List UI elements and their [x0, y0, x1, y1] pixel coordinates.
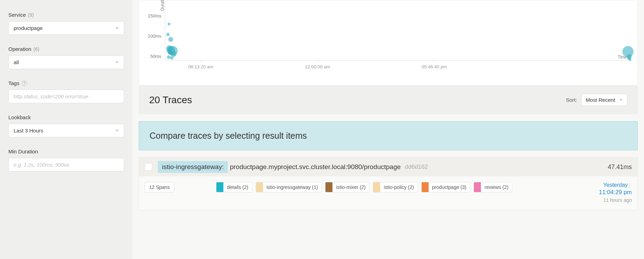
trace-header: istio-ingressgateway: productpage.myproj… [139, 158, 637, 176]
chevron-down-icon [115, 61, 119, 63]
service-field: Service (9) productpage [8, 12, 124, 35]
trace-duration: 47.41ms [608, 163, 632, 171]
color-swatch [325, 182, 332, 192]
color-swatch [422, 182, 429, 192]
scatter-point[interactable] [166, 33, 170, 36]
service-chip[interactable]: productpage (3) [421, 182, 470, 192]
service-chip[interactable]: details (2) [216, 182, 252, 192]
y-tick: 100ms [144, 33, 161, 39]
color-swatch [474, 182, 481, 192]
x-tick: 06:13:20 am [188, 64, 213, 69]
min-duration-input[interactable] [8, 158, 124, 172]
sort-select[interactable]: Most Recent [581, 94, 627, 106]
service-chip[interactable]: istio-mixer (2) [325, 182, 369, 192]
y-tick: 150ms [144, 13, 161, 18]
service-value: productpage [14, 25, 43, 31]
operation-label: Operation [8, 46, 31, 52]
trace-time-ago: 11 hours ago [576, 197, 632, 203]
x-axis [165, 60, 628, 61]
x-gridline [317, 60, 318, 62]
sort-value: Most Recent [586, 97, 615, 103]
chevron-down-icon [115, 130, 119, 132]
trace-title-op: productpage.myproject.svc.cluster.local:… [228, 161, 400, 173]
chip-label: productpage (3) [429, 184, 470, 190]
scatter-point[interactable] [168, 37, 173, 42]
x-tick: 05:46:40 pm [422, 64, 447, 69]
y-axis [165, 0, 165, 61]
trace-title-service: istio-ingressgateway: [158, 161, 228, 173]
chevron-down-icon [115, 27, 119, 29]
service-chips: details (2)istio-ingressgateway (1)istio… [216, 182, 569, 192]
span-count-badge: 12 Spans [145, 182, 174, 192]
traces-count: 20 Traces [149, 94, 192, 106]
service-chip[interactable]: istio-ingressgateway (1) [256, 182, 322, 192]
service-count: (9) [28, 12, 34, 18]
trace-checkbox[interactable] [145, 163, 152, 171]
compare-banner: Compare traces by selecting result items [139, 121, 638, 150]
scatter-point[interactable] [629, 58, 631, 61]
y-tick: 50ms [144, 54, 161, 59]
min-duration-label: Min Duration [8, 148, 38, 154]
trace-time-exact: 11:04:29 pm [576, 189, 632, 196]
scatter-point[interactable] [168, 23, 170, 25]
trace-time-day: Yesterday [603, 182, 628, 188]
tags-label: Tags [8, 80, 20, 86]
divider: | [629, 182, 630, 188]
lookback-field: Lookback Last 3 Hours [8, 114, 124, 137]
chip-label: istio-mixer (2) [332, 184, 369, 190]
chip-label: istio-ingressgateway (1) [263, 184, 322, 190]
service-select[interactable]: productpage [8, 21, 124, 35]
x-gridline [201, 60, 201, 62]
y-axis-label: Duration [160, 0, 165, 11]
operation-value: all [14, 59, 19, 65]
operation-select[interactable]: all [8, 55, 124, 69]
x-tick: 12:00:00 am [305, 64, 330, 69]
chevron-down-icon [619, 99, 623, 101]
scatter-chart[interactable]: Duration Time 50ms100ms150ms06:13:20 am1… [139, 0, 638, 85]
scatter-point[interactable] [170, 56, 174, 60]
results-header: 20 Traces Sort: Most Recent [139, 85, 638, 114]
x-gridline [434, 60, 435, 62]
help-icon[interactable]: ? [22, 81, 27, 86]
trace-time: Yesterday| 11:04:29 pm 11 hours ago [576, 182, 632, 203]
color-swatch [256, 182, 263, 192]
trace-id: dd6d162 [405, 163, 428, 170]
main-content: Duration Time 50ms100ms150ms06:13:20 am1… [132, 0, 644, 259]
lookback-value: Last 3 Hours [14, 128, 43, 134]
min-duration-field: Min Duration [8, 148, 124, 172]
lookback-select[interactable]: Last 3 Hours [8, 124, 124, 137]
trace-card[interactable]: istio-ingressgateway: productpage.myproj… [139, 157, 638, 210]
color-swatch [216, 182, 223, 192]
tags-field: Tags ? [8, 80, 124, 103]
service-label: Service [8, 12, 26, 18]
service-chip[interactable]: istio-policy (2) [373, 182, 417, 192]
find-traces-sidebar: Service (9) productpage Operation (6) al… [0, 0, 132, 259]
chip-label: istio-policy (2) [380, 184, 417, 190]
operation-count: (6) [33, 46, 39, 52]
color-swatch [373, 182, 380, 192]
sort-label: Sort: [566, 97, 577, 103]
tags-input[interactable] [8, 90, 124, 103]
operation-field: Operation (6) all [8, 46, 124, 69]
lookback-label: Lookback [8, 114, 31, 120]
chip-label: details (2) [223, 184, 252, 190]
service-chip[interactable]: reviews (2) [474, 182, 512, 192]
chip-label: reviews (2) [481, 184, 512, 190]
